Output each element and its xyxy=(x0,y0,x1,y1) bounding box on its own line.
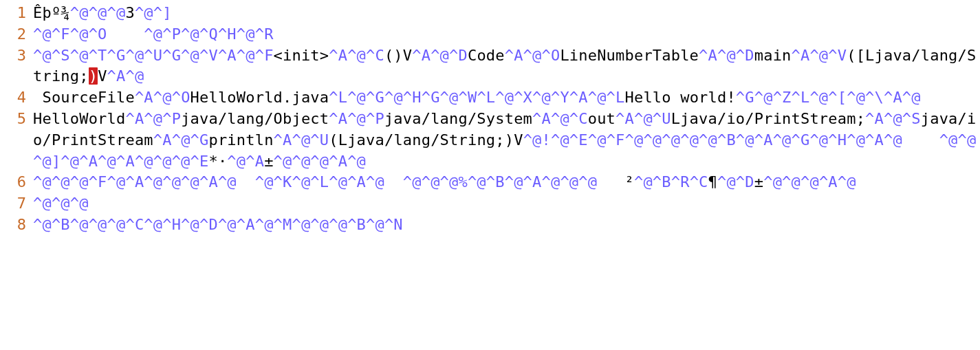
line-code-6[interactable]: ^@^@^@^F^@^A^@^@^@^A^@ ^@^K^@^L^@^A^@ ^@… xyxy=(33,172,977,193)
line-code-2[interactable]: ^@^F^@^O ^@^P^@^Q^H^@^R xyxy=(33,24,977,45)
line-code-3[interactable]: ^@^S^@^T^G^@^U^G^@^V^A^@^F<init>^A^@^C()… xyxy=(33,45,977,88)
line-number-5: 5 xyxy=(3,109,33,130)
editor: 1 Êþº¾^@^@^@3^@^] 2 ^@^F^@^O ^@^P^@^Q^H^… xyxy=(0,0,980,239)
line-3[interactable]: 3 ^@^S^@^T^G^@^U^G^@^V^A^@^F<init>^A^@^C… xyxy=(3,45,977,88)
line-number-3: 3 xyxy=(3,45,33,67)
line-code-4[interactable]: SourceFile^A^@^OHelloWorld.java^L^@^G^@^… xyxy=(33,87,977,109)
line-4[interactable]: 4 SourceFile^A^@^OHelloWorld.java^L^@^G^… xyxy=(3,87,977,109)
line-number-6: 6 xyxy=(3,172,33,193)
line-7[interactable]: 7 ^@^@^@ xyxy=(3,193,977,215)
line-1[interactable]: 1 Êþº¾^@^@^@3^@^] xyxy=(3,3,977,24)
line-number-1: 1 xyxy=(3,3,33,24)
line-2[interactable]: 2 ^@^F^@^O ^@^P^@^Q^H^@^R xyxy=(3,24,977,45)
line-number-8: 8 xyxy=(3,215,33,236)
line-number-7: 7 xyxy=(3,193,33,215)
line-6[interactable]: 6 ^@^@^@^F^@^A^@^@^@^A^@ ^@^K^@^L^@^A^@ … xyxy=(3,172,977,193)
line-8[interactable]: 8 ^@^B^@^@^@^C^@^H^@^D^@^A^@^M^@^@^@^B^@… xyxy=(3,215,977,236)
match-highlight: ) xyxy=(89,67,98,85)
line-number-2: 2 xyxy=(3,24,33,45)
line-code-1[interactable]: Êþº¾^@^@^@3^@^] xyxy=(33,3,977,24)
line-code-8[interactable]: ^@^B^@^@^@^C^@^H^@^D^@^A^@^M^@^@^@^B^@^N xyxy=(33,215,977,236)
line-number-4: 4 xyxy=(3,87,33,109)
line-5[interactable]: 5 HelloWorld^A^@^Pjava/lang/Object^A^@^P… xyxy=(3,109,977,172)
line-code-7[interactable]: ^@^@^@ xyxy=(33,193,977,215)
line-code-5[interactable]: HelloWorld^A^@^Pjava/lang/Object^A^@^Pja… xyxy=(33,109,977,172)
